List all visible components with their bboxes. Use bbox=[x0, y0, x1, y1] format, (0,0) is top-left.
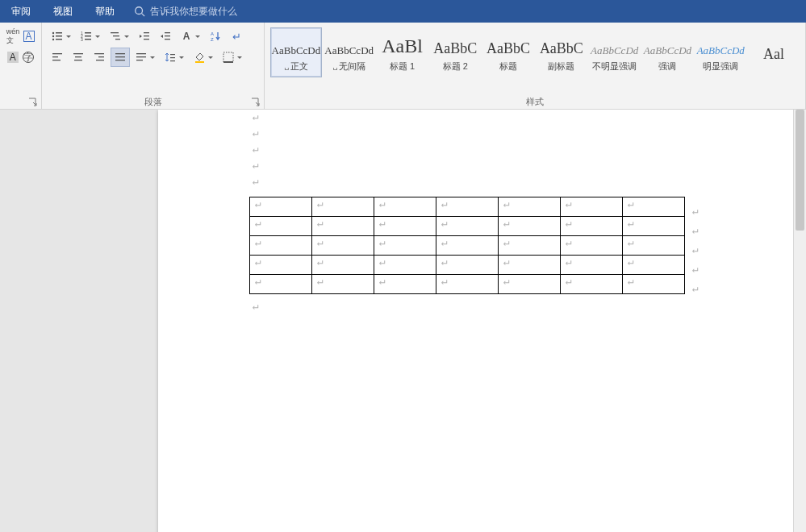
table-cell[interactable]: ↵ bbox=[561, 236, 623, 256]
line-spacing-icon bbox=[164, 51, 177, 64]
document-table[interactable]: ↵↵↵↵↵↵↵↵↵↵↵↵↵↵↵↵↵↵↵↵↵↵↵↵↵↵↵↵↵↵↵↵↵↵↵ bbox=[249, 197, 685, 294]
table-cell[interactable]: ↵ bbox=[623, 275, 685, 294]
style-item-7[interactable]: AaBbCcDd强调 bbox=[642, 27, 694, 77]
multilevel-list-button[interactable] bbox=[106, 27, 133, 46]
table-cell[interactable]: ↵ bbox=[374, 275, 436, 294]
table-cell[interactable]: ↵ bbox=[312, 275, 374, 294]
svg-rect-38 bbox=[136, 56, 146, 57]
table-cell[interactable]: ↵ bbox=[499, 197, 561, 217]
table-cell[interactable]: ↵ bbox=[499, 256, 561, 275]
table-row[interactable]: ↵↵↵↵↵↵↵ bbox=[250, 236, 685, 256]
multilevel-icon bbox=[109, 30, 122, 43]
char-shading-button[interactable]: A bbox=[6, 48, 20, 67]
table-cell[interactable]: ↵ bbox=[250, 256, 312, 275]
table-cell[interactable]: ↵ bbox=[436, 275, 499, 294]
empty-paragraph[interactable]: ↵ bbox=[253, 126, 766, 142]
empty-paragraph[interactable]: ↵ bbox=[253, 299, 766, 315]
empty-paragraph[interactable]: ↵ bbox=[253, 158, 766, 174]
table-row[interactable]: ↵↵↵↵↵↵↵ bbox=[250, 217, 685, 236]
asian-layout-button[interactable]: A bbox=[177, 27, 204, 46]
phonetic-guide-button[interactable]: wén文 bbox=[6, 27, 20, 46]
align-right-button[interactable] bbox=[90, 48, 109, 67]
bullets-button[interactable] bbox=[48, 27, 75, 46]
table-cell[interactable]: ↵ bbox=[436, 197, 499, 217]
table-cell[interactable]: ↵ bbox=[623, 217, 685, 236]
table-row[interactable]: ↵↵↵↵↵↵↵ bbox=[250, 275, 685, 294]
para-mark-icon: ␣ bbox=[284, 61, 289, 71]
table-cell[interactable]: ↵ bbox=[312, 236, 374, 256]
empty-paragraph[interactable]: ↵ bbox=[253, 110, 766, 126]
table-cell[interactable]: ↵ bbox=[312, 256, 374, 275]
style-item-0[interactable]: AaBbCcDd␣正文 bbox=[270, 27, 322, 77]
table-cell[interactable]: ↵ bbox=[374, 256, 436, 275]
style-item-3[interactable]: AaBbC标题 2 bbox=[429, 27, 481, 77]
style-item-8[interactable]: AaBbCcDd明显强调 bbox=[695, 27, 746, 77]
style-item-5[interactable]: AaBbC副标题 bbox=[536, 27, 587, 77]
menu-tab-help[interactable]: 帮助 bbox=[84, 0, 126, 23]
empty-paragraph[interactable]: ↵ bbox=[253, 142, 766, 158]
char-border-button[interactable]: A bbox=[22, 27, 35, 46]
table-cell[interactable]: ↵ bbox=[250, 236, 312, 256]
table-cell[interactable]: ↵ bbox=[561, 275, 623, 294]
style-preview: AaBbCcDd bbox=[591, 33, 638, 57]
table-cell[interactable]: ↵ bbox=[623, 197, 685, 217]
styles-group-label: 样式 bbox=[265, 96, 805, 108]
style-item-1[interactable]: AaBbCcDd␣无间隔 bbox=[324, 27, 375, 77]
table-cell[interactable]: ↵ bbox=[561, 217, 623, 236]
paragraph-dialog-launcher[interactable] bbox=[251, 98, 261, 107]
align-center-button[interactable] bbox=[69, 48, 88, 67]
table-cell[interactable]: ↵ bbox=[250, 275, 312, 294]
line-spacing-button[interactable] bbox=[161, 48, 188, 67]
table-cell[interactable]: ↵ bbox=[312, 217, 374, 236]
table-cell[interactable]: ↵ bbox=[312, 197, 374, 217]
table-cell[interactable]: ↵ bbox=[436, 236, 499, 256]
table-row[interactable]: ↵↵↵↵↵↵↵ bbox=[250, 197, 685, 217]
table-cell[interactable]: ↵ bbox=[561, 197, 623, 217]
menu-tab-view[interactable]: 视图 bbox=[42, 0, 84, 23]
vertical-scrollbar[interactable] bbox=[793, 110, 806, 532]
table-cell[interactable]: ↵ bbox=[623, 256, 685, 275]
style-item-4[interactable]: AaBbC标题 bbox=[482, 27, 534, 77]
style-item-2[interactable]: AaBl标题 1 bbox=[377, 27, 428, 77]
enclose-char-button[interactable]: 字 bbox=[22, 48, 36, 67]
svg-rect-21 bbox=[165, 35, 170, 36]
empty-paragraph[interactable]: ↵ bbox=[253, 174, 766, 190]
document-area[interactable]: ↵↵↵↵↵↵↵↵↵↵↵↵↵↵↵↵↵↵↵↵↵↵↵↵↵↵↵↵↵↵↵↵↵↵↵↵↵↵↵↵… bbox=[0, 110, 806, 532]
table-cell[interactable]: ↵ bbox=[374, 217, 436, 236]
table-cell[interactable]: ↵ bbox=[374, 236, 436, 256]
increase-indent-button[interactable] bbox=[156, 27, 175, 46]
svg-rect-39 bbox=[136, 60, 143, 60]
tell-me-search[interactable]: 告诉我你想要做什么 bbox=[134, 5, 237, 19]
align-justify-button[interactable] bbox=[111, 48, 130, 67]
table-cell[interactable]: ↵ bbox=[250, 197, 312, 217]
align-left-button[interactable] bbox=[48, 48, 67, 67]
style-item-9[interactable]: Aal bbox=[748, 27, 800, 77]
styles-gallery[interactable]: AaBbCcDd␣正文AaBbCcDd␣无间隔AaBl标题 1AaBbC标题 2… bbox=[269, 26, 800, 81]
borders-button[interactable] bbox=[219, 48, 246, 67]
numbering-button[interactable]: 123 bbox=[77, 27, 104, 46]
style-item-6[interactable]: AaBbCcDd不明显强调 bbox=[589, 27, 641, 77]
svg-rect-35 bbox=[115, 56, 125, 57]
shading-button[interactable] bbox=[190, 48, 217, 67]
svg-rect-27 bbox=[52, 60, 61, 60]
distribute-button[interactable] bbox=[132, 48, 159, 67]
table-cell[interactable]: ↵ bbox=[561, 256, 623, 275]
table-cell[interactable]: ↵ bbox=[623, 236, 685, 256]
show-marks-button[interactable]: ↵ bbox=[227, 27, 246, 46]
table-cell[interactable]: ↵ bbox=[499, 275, 561, 294]
font-dialog-launcher[interactable] bbox=[28, 98, 38, 107]
svg-rect-32 bbox=[98, 56, 104, 57]
sort-button[interactable]: AZ bbox=[206, 27, 225, 46]
table-cell[interactable]: ↵ bbox=[250, 217, 312, 236]
table-cell[interactable]: ↵ bbox=[499, 217, 561, 236]
scrollbar-thumb[interactable] bbox=[796, 110, 804, 231]
table-cell[interactable]: ↵ bbox=[436, 256, 499, 275]
menu-tab-review[interactable]: 审阅 bbox=[0, 0, 42, 23]
table-cell[interactable]: ↵ bbox=[436, 217, 499, 236]
table-cell[interactable]: ↵ bbox=[374, 197, 436, 217]
svg-rect-40 bbox=[170, 54, 175, 55]
svg-rect-20 bbox=[165, 32, 170, 33]
table-cell[interactable]: ↵ bbox=[499, 236, 561, 256]
table-row[interactable]: ↵↵↵↵↵↵↵ bbox=[250, 256, 685, 275]
decrease-indent-button[interactable] bbox=[135, 27, 154, 46]
